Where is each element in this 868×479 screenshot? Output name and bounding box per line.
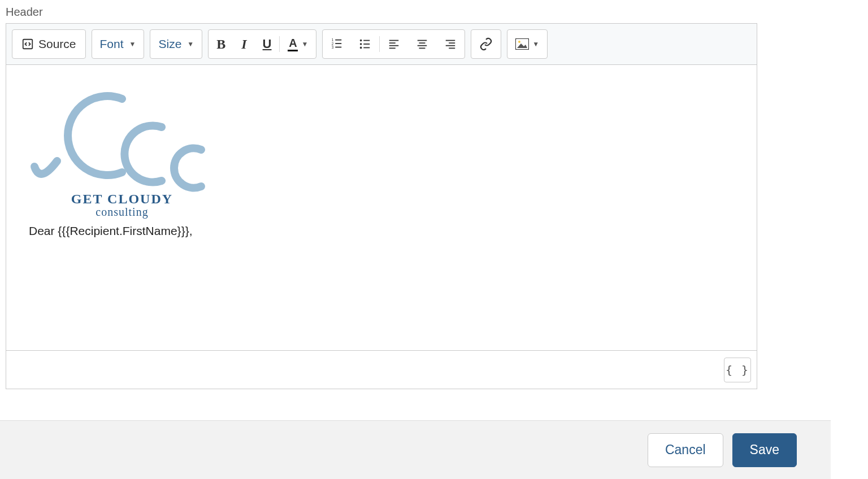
svg-rect-18 — [419, 42, 426, 43]
numbered-list-button[interactable]: 1 2 3 — [323, 30, 351, 58]
svg-text:3: 3 — [332, 45, 334, 49]
svg-rect-4 — [336, 43, 342, 44]
svg-rect-8 — [364, 40, 370, 41]
chevron-down-icon: ▼ — [301, 40, 308, 48]
underline-icon: U — [263, 37, 272, 51]
align-center-icon — [416, 38, 428, 50]
svg-rect-12 — [364, 47, 370, 49]
svg-rect-17 — [418, 40, 427, 41]
svg-point-11 — [360, 47, 362, 49]
chevron-down-icon: ▼ — [129, 40, 136, 48]
text-color-button[interactable]: A ▼ — [280, 30, 316, 58]
field-label: Header — [6, 6, 862, 19]
svg-rect-6 — [336, 47, 342, 48]
font-dropdown[interactable]: Font ▼ — [92, 30, 144, 58]
italic-button[interactable]: I — [233, 30, 254, 58]
source-group: Source — [12, 29, 86, 59]
logo-text: GET CLOUDY consulting — [29, 191, 215, 219]
save-button[interactable]: Save — [732, 433, 797, 467]
size-dropdown[interactable]: Size ▼ — [150, 30, 202, 58]
bold-button[interactable]: B — [209, 30, 233, 58]
svg-point-26 — [518, 41, 520, 43]
editor-toolbar: Source Font ▼ Size ▼ B — [6, 24, 757, 65]
link-icon — [479, 37, 493, 51]
logo-swirl-icon — [29, 82, 215, 195]
svg-rect-15 — [389, 45, 399, 46]
action-bar: Cancel Save — [0, 420, 831, 479]
rich-text-editor: Source Font ▼ Size ▼ B — [6, 23, 757, 389]
svg-rect-23 — [446, 45, 455, 46]
svg-rect-2 — [336, 40, 342, 41]
font-group: Font ▼ — [92, 29, 145, 59]
svg-rect-16 — [389, 47, 396, 49]
text-color-icon: A — [288, 37, 298, 51]
editor-body-text: Dear {{{Recipient.FirstName}}}, — [29, 224, 734, 238]
link-button[interactable] — [471, 30, 501, 58]
size-label: Size — [158, 37, 181, 51]
image-icon — [515, 38, 529, 50]
logo-title: GET CLOUDY — [29, 191, 215, 207]
svg-rect-19 — [418, 45, 427, 46]
svg-rect-10 — [364, 43, 370, 45]
align-center-button[interactable] — [408, 30, 436, 58]
editor-footer: { } — [6, 350, 757, 389]
align-right-icon — [444, 38, 457, 50]
list-align-group: 1 2 3 — [322, 29, 465, 59]
svg-rect-20 — [419, 47, 426, 49]
align-left-button[interactable] — [380, 30, 408, 58]
font-label: Font — [100, 37, 124, 51]
svg-rect-22 — [449, 42, 455, 43]
image-button[interactable]: ▼ — [507, 30, 547, 58]
editor-content-area[interactable]: GET CLOUDY consulting Dear {{{Recipient.… — [6, 65, 757, 350]
chevron-down-icon: ▼ — [187, 40, 194, 48]
bullet-list-button[interactable] — [351, 30, 379, 58]
bold-icon: B — [216, 37, 225, 52]
align-right-button[interactable] — [436, 30, 465, 58]
underline-button[interactable]: U — [255, 30, 280, 58]
svg-rect-24 — [449, 47, 455, 49]
source-button[interactable]: Source — [12, 30, 85, 58]
svg-rect-21 — [446, 40, 455, 41]
italic-icon: I — [241, 37, 246, 52]
logo-image: GET CLOUDY consulting — [29, 82, 215, 219]
svg-point-7 — [360, 40, 362, 42]
logo-subtitle: consulting — [29, 206, 215, 219]
svg-point-9 — [360, 43, 362, 45]
bullet-list-icon — [359, 38, 371, 50]
image-group: ▼ — [507, 29, 548, 59]
size-group: Size ▼ — [150, 29, 202, 59]
source-icon — [21, 38, 34, 50]
chevron-down-icon: ▼ — [532, 40, 539, 48]
align-left-icon — [388, 38, 400, 50]
svg-marker-27 — [517, 43, 527, 48]
svg-rect-14 — [389, 42, 396, 43]
svg-rect-13 — [389, 40, 399, 41]
link-group — [471, 29, 501, 59]
cancel-button[interactable]: Cancel — [648, 433, 723, 467]
numbered-list-icon: 1 2 3 — [331, 38, 343, 50]
source-label: Source — [38, 37, 76, 51]
merge-field-button[interactable]: { } — [724, 358, 751, 382]
text-format-group: B I U A ▼ — [208, 29, 316, 59]
